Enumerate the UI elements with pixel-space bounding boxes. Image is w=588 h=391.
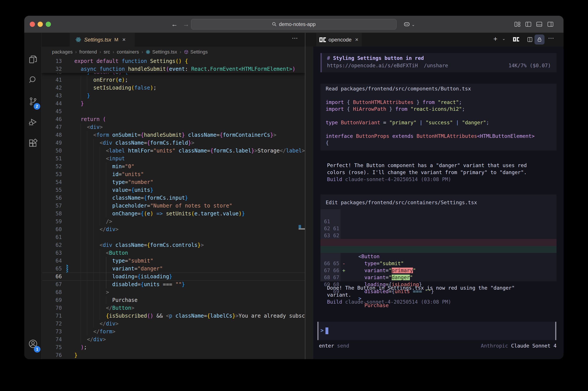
sidebar-item-account[interactable]: 1 [24,335,41,353]
search-icon [272,22,277,27]
split-editor-icon[interactable] [527,37,533,43]
sticky-scroll: 13export default function Settings() {32… [41,57,305,73]
session-share-url[interactable]: https://opencode.ai/s/eBdFXTiH /unshare [327,63,448,68]
title-bar: ← → demo-notes-app ⌄ [24,16,564,33]
code-line-58: 58onChange={(e) => setUnits(e.target.val… [41,210,305,217]
tab-close-icon[interactable]: × [355,36,358,43]
session-title: Styling Settings button in red [330,55,424,61]
code-line-57: 57placeholder="Number of notes to store" [41,202,305,210]
sidebar-item-run-debug[interactable] [24,114,41,131]
edit-tool-card: Edit packages/frontend/src/containers/Se… [321,195,557,281]
code-line-67: 67disabled={units === ""} [41,281,305,288]
forward-arrow-icon[interactable]: → [183,20,189,28]
code-line-75: 75); [41,343,305,351]
diff-row: 68 68 > [321,267,557,274]
symbol-module-icon [184,50,189,54]
copilot-icon[interactable] [403,21,410,28]
code-line-46: 46return ( [41,115,305,123]
code-line-64: 64type="submit" [41,257,305,265]
sidebar-item-search[interactable] [24,71,41,89]
tab-settings-tsx[interactable]: Settings.tsx M × [70,33,135,47]
back-arrow-icon[interactable]: ← [171,20,178,28]
command-center-search[interactable]: demo-notes-app [191,19,396,29]
toggle-primary-sidebar-icon[interactable] [525,21,531,28]
code-line-72: 72</div> [41,320,305,328]
assistant-message-line: colors (rose). I'll change the variant f… [327,169,527,176]
minimize-traffic-light[interactable] [38,22,43,27]
diff-row: 65 + variant="danger" [321,246,557,253]
diff-row: 65 - variant="primary" [321,239,557,246]
diff-row: 61 61 [321,211,557,218]
lock-icon [537,37,542,42]
diff-row: 62 62 <div className={formCs.controls}> [321,218,557,225]
read-code-line: import { ButtonHTMLAttributes } from "re… [326,99,462,106]
tab-opencode[interactable]: opencode × [316,33,362,47]
breadcrumb-item[interactable]: Settings [190,49,208,55]
diff-row: 67 67 disabled={units === ""} [321,260,557,267]
code-editor[interactable]: 40} catch (e) {41onError(e);42setIsLoadi… [41,57,305,359]
code-line-65: 65variant="danger" [41,265,305,273]
model-indicator: Anthropic Claude Sonnet 4 [321,342,557,349]
code-line-41: 41onError(e); [41,76,305,84]
code-line-49: 49<div className={formCs.field}> [41,139,305,147]
current-line-highlight [42,273,305,281]
opencode-terminal[interactable]: # Styling Settings button in red https:/… [313,47,564,359]
toggle-panel-icon[interactable] [536,21,542,28]
activity-bar: 2 1 [24,33,41,359]
tab-close-icon[interactable]: × [122,36,125,43]
code-line-52: 52min="0" [41,163,305,170]
breadcrumb-item[interactable]: src [104,49,110,55]
chevron-down-icon[interactable]: ⌄ [502,36,505,41]
code-line-42: 42setIsLoading(false); [41,84,305,92]
code-line-50: 50<label htmlFor="units" className={form… [41,147,305,155]
code-line-44: 44} [41,99,305,107]
sidebar-item-extensions[interactable] [24,135,41,152]
customize-layout-icon[interactable] [514,21,520,28]
code-line-54: 54type="number" [41,178,305,186]
read-code-line: import { HiArrowPath } from "react-icons… [326,106,465,112]
code-line-71: 71{isSubscribed() && <p className={label… [41,312,305,320]
code-line-70: 70</Button> [41,304,305,312]
session-usage: 14K/7% ($0.07) [508,63,551,68]
breadcrumb[interactable]: packages› frontend› src› containers› Set… [41,47,305,57]
breadcrumb-item[interactable]: packages [52,49,73,55]
breadcrumb-item[interactable]: containers [117,49,139,55]
close-traffic-light[interactable] [30,22,35,27]
breadcrumb-item[interactable]: frontend [79,49,97,55]
tab-label: opencode [329,37,352,43]
code-line-43: 43} [41,92,305,99]
read-tool-card: Read packages/frontend/src/components/Bu… [321,84,557,151]
maximize-traffic-light[interactable] [46,22,51,27]
new-chat-icon[interactable]: + [493,35,497,43]
header-hash: # [327,55,330,61]
code-line-47: 47<div> [41,123,305,131]
code-line-60: 60</div> [41,225,305,233]
tab-modified-indicator: M [114,37,118,43]
code-line-53: 53id="units" [41,170,305,178]
lock-group-button[interactable] [534,34,545,45]
diff-row: 64 64 type="submit" [321,232,557,239]
toggle-secondary-sidebar-icon[interactable] [547,21,554,28]
edit-tool-title: Edit packages/frontend/src/containers/Se… [326,200,477,205]
prompt-input[interactable]: > [317,322,556,340]
sidebar-item-source-control[interactable]: 2 [24,93,41,110]
session-header-card: # Styling Settings button in red https:/… [321,53,557,72]
sidebar-item-explorer[interactable] [24,51,41,68]
sticky-line-13: 13export default function Settings() { [41,57,305,65]
diff-row: 69 69 Purchase [321,274,557,281]
panel-actions-more-icon[interactable]: ⋯ [548,34,555,42]
input-border-left [317,322,319,340]
code-line-74: 74</div> [41,336,305,343]
react-icon [75,37,81,43]
editor-tab-bar: Settings.tsx M × ⋯ [41,33,305,47]
tab-label: Settings.tsx [84,37,111,43]
chevron-down-icon[interactable]: ⌄ [412,22,415,27]
code-line-69: 69Purchase [41,296,305,304]
account-badge: 1 [34,346,40,353]
sidebar-item-settings[interactable] [24,356,41,359]
editor-actions-more-icon[interactable]: ⋯ [292,34,298,42]
vscode-window: ← → demo-notes-app ⌄ 2 [24,16,564,359]
breadcrumb-item[interactable]: Settings.tsx [152,49,177,55]
opencode-toolbar-icon[interactable] [513,37,519,41]
prompt-char: > [321,327,324,334]
